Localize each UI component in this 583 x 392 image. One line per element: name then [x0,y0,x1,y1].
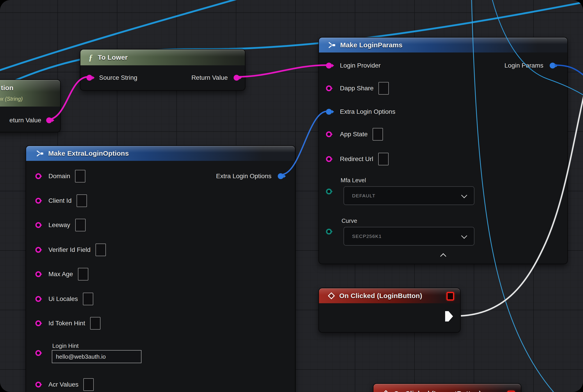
node-header[interactable]: Make ExtraLoginOptions [26,146,295,161]
acr-values-value-box[interactable] [83,378,94,391]
pin-label: eturn Value [10,117,41,124]
node-header[interactable]: On Clicked (LogoutButton) [374,384,521,392]
curve-value: SECP256K1 [352,234,382,239]
pin-label: Source String [99,74,138,81]
pin-return-value-out[interactable] [46,117,52,123]
chevron-down-icon [461,233,467,239]
chevron-up-icon [440,253,446,259]
mfa-level-label: Mfa Level [340,177,366,184]
widget-event-icon [446,292,454,300]
node-to-lower[interactable]: ƒ To Lower Source String Return Value [80,49,245,90]
node-title: On Clicked (LogoutButton) [394,390,481,392]
pin-mfa-level-in[interactable] [326,188,332,194]
node-title: tion [1,84,14,92]
ui-locales-value-box[interactable] [83,293,93,305]
pin-dapp-share-in[interactable] [326,86,332,91]
mfa-level-value: DEFAULT [352,193,375,198]
pin-max-age-in[interactable] [35,271,41,277]
curve-dropdown[interactable]: SECP256K1 [344,227,474,246]
mfa-level-dropdown[interactable]: DEFAULT [344,186,474,205]
make-struct-icon [36,150,44,157]
blueprint-canvas[interactable]: tion ox (String) eturn Value ƒ To Lower … [0,0,583,392]
pin-label: Extra Login Options [340,108,395,115]
pin-label: Redirect Url [340,156,373,163]
domain-value-box[interactable] [75,170,86,182]
curve-label: Curve [342,218,357,224]
pin-label: Dapp Share [340,85,374,92]
node-header[interactable]: tion ox (String) [0,80,60,106]
id-token-hint-value-box[interactable] [90,317,100,330]
event-diamond-icon [382,390,389,392]
pin-acr-values-in[interactable] [35,382,41,388]
pin-login-hint-in[interactable] [35,350,41,356]
event-diamond-icon [328,292,335,299]
pin-redirect-url-in[interactable] [326,156,332,162]
node-subtitle: ox (String) [0,96,23,102]
pin-label: Login Provider [340,62,381,69]
node-title: To Lower [98,54,128,61]
pin-label: Client Id [48,197,72,204]
pin-label: Domain [48,172,70,180]
make-struct-icon [328,42,336,48]
node-header[interactable]: On Clicked (LoginButton) [319,288,460,303]
function-icon: ƒ [88,52,93,62]
pin-label: Ui Locales [48,295,78,302]
pin-curve-in[interactable] [326,229,332,234]
node-on-clicked-login-button[interactable]: On Clicked (LoginButton) [318,288,460,332]
pin-domain-in[interactable] [35,173,41,179]
dapp-share-value-box[interactable] [378,82,389,94]
pin-ui-locales-in[interactable] [35,296,41,302]
verifier-id-field-value-box[interactable] [96,244,106,256]
pin-id-token-hint-in[interactable] [35,320,41,326]
client-id-value-box[interactable] [76,194,87,207]
wire-string-tolower-to-loginprovider[interactable] [237,65,327,77]
widget-event-icon [507,391,515,392]
pin-label: Max Age [48,270,73,278]
node-textbox-partial[interactable]: tion ox (String) eturn Value [0,80,60,132]
pin-login-provider-in[interactable] [326,63,332,68]
pin-app-state-in[interactable] [326,131,332,137]
node-header[interactable]: Make LoginParams [319,38,567,52]
node-make-extra-login-options[interactable]: Make ExtraLoginOptions Extra Login Optio… [26,146,295,392]
max-age-value-box[interactable] [78,268,88,280]
node-title: Make LoginParams [340,41,402,49]
pin-label: Acr Values [48,381,78,388]
pin-leeway-in[interactable] [35,222,41,228]
pin-exec-out[interactable] [445,311,453,322]
collapse-node-button[interactable] [438,254,448,259]
node-header[interactable]: ƒ To Lower [80,50,245,65]
chevron-down-icon [461,192,467,198]
pin-label: App State [340,131,368,138]
login-hint-input[interactable]: hello@web3auth.io [52,350,142,363]
pin-label: Id Token Hint [48,320,85,327]
node-title: On Clicked (LoginButton) [339,292,422,300]
node-title: Make ExtraLoginOptions [48,150,129,157]
pin-extra-login-options-in[interactable] [326,109,332,115]
pin-source-string-in[interactable] [86,75,92,81]
pin-label: Verifier Id Field [48,246,90,254]
pin-label: Leeway [48,222,70,229]
node-make-login-params[interactable]: Make LoginParams Login Params Login Prov… [318,37,568,264]
pin-client-id-in[interactable] [35,198,41,204]
pin-return-value-out[interactable] [234,75,240,81]
redirect-url-value-box[interactable] [378,153,388,165]
pin-verifier-id-field-in[interactable] [35,247,41,253]
app-state-value-box[interactable] [372,128,383,140]
leeway-value-box[interactable] [75,219,86,231]
node-on-clicked-logout-button[interactable]: On Clicked (LogoutButton) [373,384,521,392]
pin-label: Return Value [192,74,228,81]
login-hint-label: Login Hint [52,342,78,350]
